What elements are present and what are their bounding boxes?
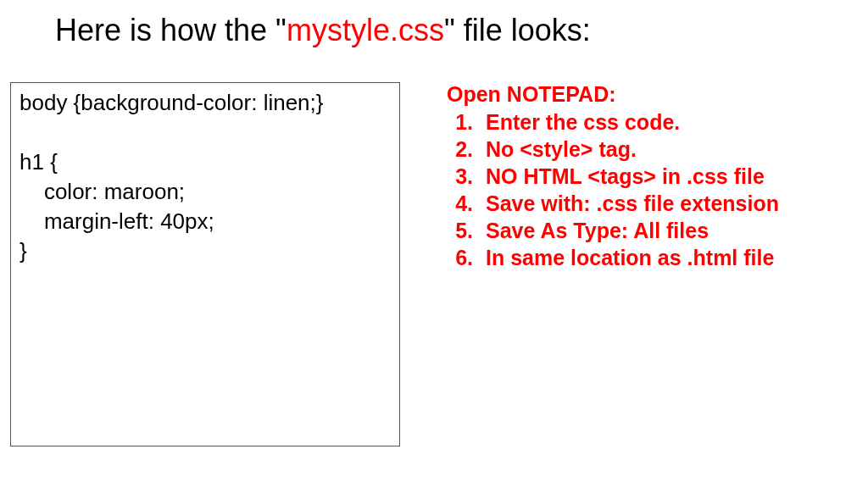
instructions-panel: Open NOTEPAD: Enter the css code. No <st… <box>447 82 779 446</box>
list-item: Save with: .css file extension <box>479 191 779 216</box>
list-item: In same location as .html file <box>479 246 779 270</box>
instructions-title: Open NOTEPAD: <box>447 82 779 107</box>
css-code-block: body {background-color: linen;} h1 { col… <box>10 82 400 446</box>
content-row: body {background-color: linen;} h1 { col… <box>0 48 868 446</box>
heading-pre: Here is how the " <box>55 13 287 47</box>
heading-filename: mystyle.css <box>287 13 444 47</box>
instructions-list: Enter the css code. No <style> tag. NO H… <box>447 110 779 270</box>
heading-post: " file looks: <box>444 13 591 47</box>
page-heading: Here is how the "mystyle.css" file looks… <box>0 0 868 48</box>
list-item: Enter the css code. <box>479 110 779 135</box>
list-item: NO HTML <tags> in .css file <box>479 164 779 189</box>
list-item: Save As Type: All files <box>479 219 779 243</box>
list-item: No <style> tag. <box>479 137 779 162</box>
